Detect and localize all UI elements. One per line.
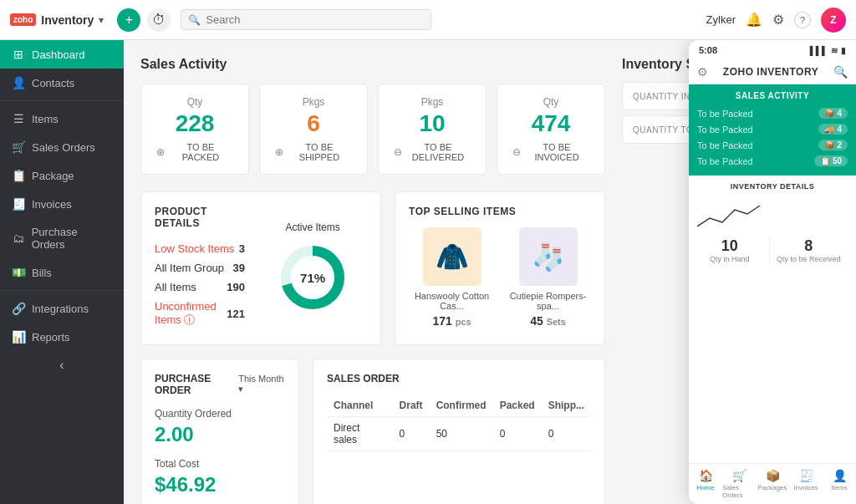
sales-activity-cards: Qty 228 ⊕ TO BE PACKED Pkgs 6 ⊕ TO BE SH… <box>140 84 605 175</box>
selling-item-2[interactable]: 🧦 Cutiepie Rompers-spa... 45 Sets <box>505 227 591 328</box>
purchase-orders-icon: 🗂 <box>12 232 25 245</box>
so-col-confirmed: Confirmed <box>430 395 493 417</box>
delivered-value: 10 <box>394 111 471 137</box>
mobile-bottom-nav: 🏠 Home 🛒 Sales Orders 📦 Packages 🧾 Invoi… <box>689 463 856 504</box>
mobile-activity-label-2: To be Packed <box>697 125 753 135</box>
activity-card-delivered[interactable]: Pkgs 10 ⊖ TO BE DELIVERED <box>378 84 487 175</box>
mobile-nav-invoices[interactable]: 🧾 Invoices <box>789 469 823 499</box>
shipped-unit: Pkgs <box>275 96 352 108</box>
all-items-label: All Items <box>155 281 196 293</box>
mobile-inventory-details: INVENTORY DETAILS 10 Qty in Hand 8 Qty t… <box>689 176 856 270</box>
mobile-activity-row-2[interactable]: To be Packed 🚚 4 <box>697 121 848 137</box>
mobile-nav-home[interactable]: 🏠 Home <box>689 469 722 499</box>
signal-icon: ▌▌▌ <box>810 46 828 55</box>
reports-icon: 📊 <box>12 330 25 344</box>
settings-icon[interactable]: ⚙ <box>772 12 784 28</box>
sidebar-item-reports[interactable]: 📊 Reports <box>0 323 124 351</box>
sidebar-collapse-btn[interactable]: ‹ <box>0 351 124 379</box>
sidebar-item-label: Invoices <box>32 198 72 211</box>
invoiced-value: 474 <box>512 111 589 137</box>
sidebar-item-purchase-orders[interactable]: 🗂 Purchase Orders <box>0 218 124 258</box>
avatar[interactable]: Z <box>821 8 846 33</box>
selling-item-1[interactable]: 🧥 Hanswooly Cotton Cas... 171 pcs <box>409 227 495 328</box>
sales-orders-nav-icon: 🛒 <box>732 469 746 482</box>
add-button[interactable]: + <box>117 8 140 32</box>
product-details-card: PRODUCT DETAILS Low Stock Items 3 All It… <box>140 191 381 345</box>
mobile-nav-packages[interactable]: 📦 Packages <box>756 469 789 499</box>
user-name[interactable]: Zylker <box>706 13 736 26</box>
selling-item-2-img: 🧦 <box>519 227 578 286</box>
mobile-activity-row-1[interactable]: To be Packed 📦 4 <box>697 105 848 121</box>
mobile-settings-icon[interactable]: ⚙ <box>697 65 708 79</box>
sidebar-item-contacts[interactable]: 👤 Contacts <box>0 69 124 97</box>
sidebar-item-integrations[interactable]: 🔗 Integrations <box>0 294 124 323</box>
bottom-row: PURCHASE ORDER This Month ▾ Quantity Ord… <box>140 359 605 504</box>
mobile-inv-label-received: Qty to be Received <box>777 255 842 263</box>
selling-item-2-count: 45 Sets <box>505 314 591 328</box>
items-icon: ☰ <box>12 112 25 125</box>
product-row-unconfirmed[interactable]: Unconfirmed Items ⓘ 121 <box>155 297 245 331</box>
topbar-right: Zylker 🔔 ⚙ ? Z <box>706 8 846 33</box>
notifications-icon[interactable]: 🔔 <box>746 12 762 28</box>
search-icon: 🔍 <box>188 14 201 26</box>
mobile-activity-badge-3: 📦 2 <box>818 140 848 150</box>
sidebar-item-label: Reports <box>32 331 70 344</box>
product-row-all-items[interactable]: All Items 190 <box>155 277 245 297</box>
sidebar-divider <box>0 100 124 101</box>
packed-value: 228 <box>156 111 233 137</box>
sidebar-item-items[interactable]: ☰ Items <box>0 104 124 133</box>
logo-area[interactable]: zoho Inventory ▾ <box>10 13 104 27</box>
mobile-inv-stat-hand: 10 Qty in Hand <box>697 237 770 263</box>
top-selling-card: TOP SELLING ITEMS 🧥 Hanswooly Cotton Cas… <box>395 191 605 345</box>
sidebar-item-package[interactable]: 📋 Package <box>0 161 124 190</box>
so-row-channel: Direct sales <box>327 416 393 451</box>
activity-card-packed[interactable]: Qty 228 ⊕ TO BE PACKED <box>140 84 249 175</box>
mobile-activity-row-3[interactable]: To be Packed 📦 2 <box>697 137 848 153</box>
activity-card-invoiced[interactable]: Qty 474 ⊖ TO BE INVOICED <box>497 84 605 175</box>
sidebar-item-label: Contacts <box>32 77 74 89</box>
table-row[interactable]: Direct sales 0 50 0 0 <box>327 416 591 451</box>
so-title: SALES ORDER <box>327 373 591 384</box>
activity-card-shipped[interactable]: Pkgs 6 ⊕ TO BE SHIPPED <box>259 84 368 175</box>
topbar-actions: + ⏱ <box>117 8 171 32</box>
mobile-nav-sales[interactable]: 🛒 Sales Orders <box>722 469 756 499</box>
mobile-badge-icon-4: 📋 <box>820 156 830 165</box>
mobile-sales-title: SALES ACTIVITY <box>697 91 848 100</box>
selling-item-2-name: Cutiepie Rompers-spa... <box>505 291 591 311</box>
sidebar-item-sales-orders[interactable]: 🛒 Sales Orders <box>0 133 124 161</box>
sidebar-item-bills[interactable]: 💵 Bills <box>0 258 124 287</box>
shipped-value: 6 <box>275 111 352 137</box>
mobile-nav-items[interactable]: 👤 Items <box>823 469 856 499</box>
sidebar-item-label: Purchase Orders <box>32 226 112 251</box>
po-qty-label: Quantity Ordered <box>155 408 285 420</box>
help-icon[interactable]: ? <box>794 12 811 28</box>
middle-section: PRODUCT DETAILS Low Stock Items 3 All It… <box>140 191 605 345</box>
product-row-low-stock[interactable]: Low Stock Items 3 <box>155 239 245 258</box>
app-caret-icon: ▾ <box>99 14 104 26</box>
search-input[interactable] <box>206 13 424 26</box>
po-stat-qty: Quantity Ordered 2.00 <box>155 408 285 446</box>
po-qty-value: 2.00 <box>155 423 285 446</box>
mobile-status-bar: 5:08 ▌▌▌ ≋ ▮ <box>689 40 856 60</box>
sidebar-item-dashboard[interactable]: ⊞ Dashboard <box>0 40 124 69</box>
product-details-title: PRODUCT DETAILS <box>155 206 245 229</box>
dashboard-icon: ⊞ <box>12 48 25 61</box>
product-details-right: Active Items 71% <box>258 206 367 331</box>
search-bar: 🔍 <box>181 9 431 30</box>
mobile-activity-badge-1: 📦 4 <box>818 108 848 119</box>
product-row-item-group[interactable]: All Item Group 39 <box>155 258 245 277</box>
history-button[interactable]: ⏱ <box>147 8 171 32</box>
mobile-activity-label-3: To be Packed <box>697 140 753 150</box>
mobile-time: 5:08 <box>699 45 717 55</box>
mobile-badge-icon-3: 📦 <box>824 140 834 150</box>
packages-nav-icon: 📦 <box>766 469 780 482</box>
mobile-activity-row-4[interactable]: To be Packed 📋 50 <box>697 153 848 169</box>
mobile-search-icon[interactable]: 🔍 <box>833 65 848 79</box>
mobile-app-name: ZOHO INVENTORY <box>715 66 827 78</box>
donut-chart: 71% <box>275 240 350 315</box>
mobile-activity-badge-2: 🚚 4 <box>818 124 848 135</box>
invoices-icon: 🧾 <box>12 197 25 211</box>
mobile-activity-badge-4: 📋 50 <box>814 155 848 166</box>
sidebar-item-invoices[interactable]: 🧾 Invoices <box>0 190 124 218</box>
po-filter[interactable]: This Month ▾ <box>238 374 285 395</box>
